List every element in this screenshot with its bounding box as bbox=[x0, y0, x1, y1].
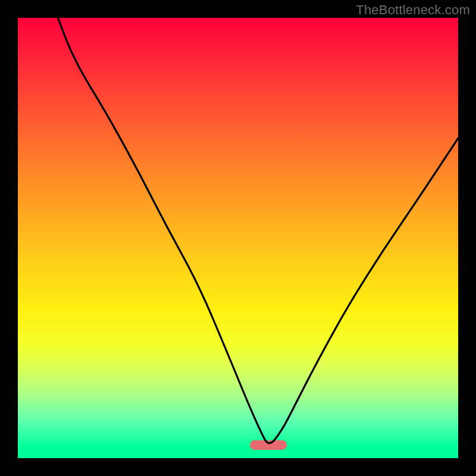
plot-area bbox=[18, 18, 458, 458]
bottleneck-curve bbox=[18, 18, 458, 458]
curve-path bbox=[18, 18, 458, 443]
chart-frame: TheBottleneck.com bbox=[0, 0, 476, 476]
watermark-label: TheBottleneck.com bbox=[356, 2, 470, 18]
